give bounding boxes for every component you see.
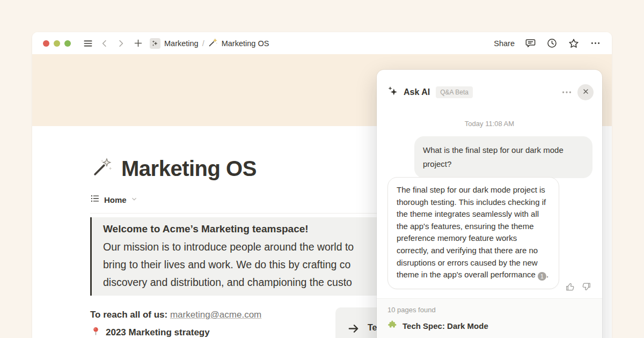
thumbs-up-button[interactable]: [565, 282, 575, 293]
ask-ai-title: Ask AI: [404, 87, 430, 97]
citation-badge[interactable]: 1: [538, 272, 546, 281]
contact-label: To reach all of us:: [90, 310, 167, 320]
qa-beta-badge: Q&A Beta: [436, 86, 473, 98]
star-icon: [568, 38, 580, 49]
breadcrumb-separator: /: [202, 39, 204, 48]
ask-ai-panel: Ask AI Q&A Beta Today 11:08 AM What is t…: [377, 70, 602, 338]
ai-panel-more-button[interactable]: [561, 86, 573, 98]
thumbs-down-button[interactable]: [581, 282, 591, 293]
more-options-button[interactable]: [590, 38, 601, 49]
close-icon: [582, 88, 589, 97]
ellipsis-icon: [590, 38, 601, 49]
ai-response-text: The final step for our dark mode project…: [397, 185, 546, 279]
favorite-button[interactable]: [568, 38, 580, 49]
contact-line: To reach all of us: marketing@acme.com: [90, 310, 261, 320]
wand-icon: [208, 38, 218, 49]
strategy-page-link[interactable]: 2023 Marketing strategy: [91, 326, 210, 338]
thumbs-down-icon: [581, 285, 591, 293]
toolbar-actions: Share: [494, 38, 601, 49]
zoom-window-button[interactable]: [64, 40, 71, 47]
teamspace-sparkle-icon: [150, 38, 160, 49]
chevron-down-icon: [131, 195, 137, 204]
ai-sparkle-icon: [387, 86, 399, 99]
list-view-icon: [90, 194, 100, 205]
chevron-left-icon: [100, 39, 109, 48]
forward-button[interactable]: [116, 39, 126, 48]
puzzle-icon: [387, 320, 397, 332]
sidebar-menu-button[interactable]: [83, 38, 93, 49]
contact-email-link[interactable]: marketing@acme.com: [170, 310, 261, 320]
clock-icon: [546, 38, 558, 49]
breadcrumb-teamspace[interactable]: Marketing: [164, 39, 199, 48]
new-page-button[interactable]: [133, 38, 143, 48]
history-button[interactable]: [546, 38, 558, 49]
window-controls: [43, 40, 71, 47]
strategy-page-label: 2023 Marketing strategy: [106, 327, 210, 338]
chat-timestamp: Today 11:08 AM: [377, 120, 602, 128]
breadcrumb-page[interactable]: Marketing OS: [222, 39, 269, 48]
arrow-right-icon: [347, 322, 360, 337]
close-window-button[interactable]: [43, 40, 49, 47]
user-message-bubble: What is the final step for our dark mode…: [414, 136, 592, 178]
minimize-window-button[interactable]: [54, 40, 60, 47]
page-title-row: Marketing OS: [92, 157, 257, 180]
breadcrumb: Marketing / Marketing OS: [150, 38, 269, 49]
ai-response-bubble: The final step for our dark mode project…: [387, 177, 559, 289]
plus-icon: [133, 38, 143, 48]
comments-button[interactable]: [525, 38, 536, 49]
ellipsis-icon: [561, 86, 573, 98]
source-page-label: Tech Spec: Dark Mode: [402, 321, 488, 330]
toolbar: Marketing / Marketing OS Share: [32, 32, 612, 54]
ask-ai-header: Ask AI Q&A Beta: [387, 84, 594, 100]
ai-response-suffix: .: [546, 270, 548, 279]
pages-found-label: 10 pages found: [387, 306, 591, 314]
app-window: Marketing / Marketing OS Share: [32, 32, 612, 338]
share-button[interactable]: Share: [494, 39, 515, 48]
hamburger-icon: [83, 38, 93, 49]
sources-section: 10 pages found Tech Spec: Dark Mode Dark…: [377, 298, 602, 338]
response-feedback: [565, 282, 591, 293]
thumbs-up-icon: [565, 285, 575, 293]
comment-bubble-icon: [525, 38, 536, 49]
source-page-item[interactable]: Tech Spec: Dark Mode: [387, 320, 591, 332]
view-tab-home[interactable]: Home: [90, 194, 137, 205]
ai-panel-close-button[interactable]: [577, 84, 594, 100]
view-tab-label: Home: [104, 195, 127, 204]
page-title: Marketing OS: [121, 157, 257, 180]
chevron-right-icon: [116, 39, 126, 48]
back-button[interactable]: [100, 39, 109, 48]
pushpin-icon: [91, 326, 100, 338]
wand-icon: [92, 157, 113, 179]
